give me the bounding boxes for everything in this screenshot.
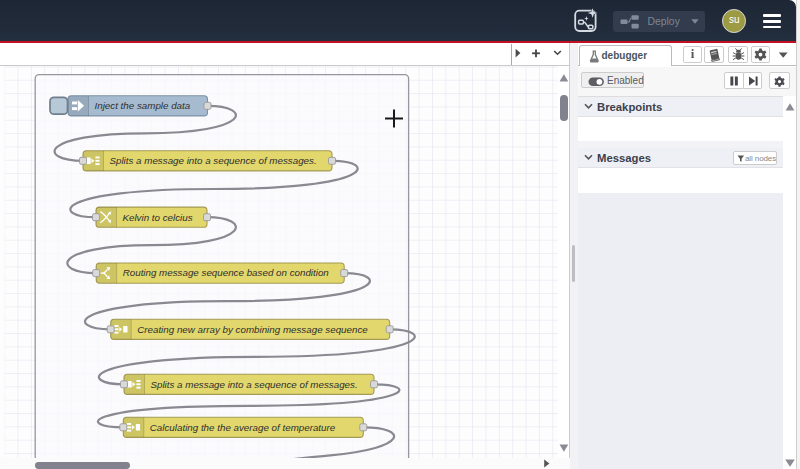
svg-text:Splits a message into a sequen: Splits a message into a sequence of mess…	[151, 378, 358, 389]
svg-text:Creating new array by combinin: Creating new array by combining message …	[137, 323, 368, 334]
svg-text:Kelvin to celcius: Kelvin to celcius	[123, 211, 193, 222]
svg-text:Calculating the the average of: Calculating the the average of temperatu…	[150, 421, 336, 432]
svg-text:Routing message sequence based: Routing message sequence based on condit…	[123, 267, 329, 278]
svg-text:Splits a message into a sequen: Splits a message into a sequence of mess…	[110, 155, 317, 166]
svg-text:Inject the sample data: Inject the sample data	[95, 100, 191, 111]
